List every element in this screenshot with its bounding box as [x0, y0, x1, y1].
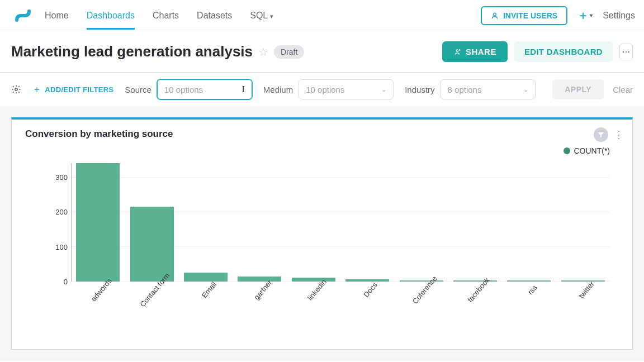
bar-slot: [556, 163, 610, 282]
nav-right: INVITE USERS ＋▾ Settings: [481, 6, 635, 25]
bar[interactable]: [184, 273, 228, 282]
top-nav: Home Dashboards Charts Datasets SQL▾ INV…: [0, 0, 644, 31]
filter-label: Industry: [405, 85, 434, 94]
chevron-down-icon: ⌄: [523, 86, 528, 93]
filter-actions: APPLY Clear: [552, 79, 633, 99]
favorite-star-icon[interactable]: ☆: [258, 45, 268, 59]
nav-datasets[interactable]: Datasets: [197, 2, 232, 30]
nav-charts[interactable]: Charts: [153, 2, 179, 30]
chart-title: Conversion by marketing source: [25, 128, 619, 140]
y-tick-label: 200: [55, 208, 68, 216]
filter-placeholder: 10 options: [164, 85, 203, 94]
bar-slot: [125, 163, 178, 282]
filter-label: Source: [125, 85, 151, 94]
chart-actions: ⋮: [594, 127, 623, 142]
filter-source-select[interactable]: 10 options I: [157, 79, 252, 99]
chart-more-button[interactable]: ⋮: [614, 128, 623, 141]
title-actions: SHARE EDIT DASHBOARD ⋯: [442, 41, 633, 62]
plus-icon: ＋: [577, 8, 589, 23]
svg-point-2: [15, 88, 18, 91]
filter-source: Source 10 options I: [125, 79, 252, 99]
filter-medium: Medium 10 options ⌄: [263, 79, 394, 99]
add-filters-label: ADD/EDIT FILTERS: [45, 85, 113, 94]
status-badge: Draft: [274, 45, 304, 59]
bar[interactable]: [238, 277, 281, 282]
legend-swatch: [564, 147, 570, 154]
x-axis-labels: adwordsContact formEmailgartnerlinkedinD…: [71, 282, 610, 340]
filter-settings-button[interactable]: [11, 84, 21, 94]
nav-dashboards[interactable]: Dashboards: [87, 2, 135, 30]
dashboard-content: Conversion by marketing source ⋮ COUNT(*…: [0, 106, 644, 361]
edit-dashboard-button[interactable]: EDIT DASHBOARD: [514, 41, 613, 62]
page-title: Marketing lead generation analysis: [11, 43, 253, 60]
nav-home[interactable]: Home: [45, 2, 69, 30]
bar-slot: [340, 163, 394, 282]
chart-plot: 0100200300 adwordsContact formEmailgartn…: [45, 163, 610, 340]
brand-logo[interactable]: [11, 4, 34, 27]
bar-slot: [71, 163, 125, 282]
invite-users-button[interactable]: INVITE USERS: [481, 6, 567, 25]
filter-placeholder: 10 options: [306, 85, 344, 94]
title-bar: Marketing lead generation analysis ☆ Dra…: [0, 31, 644, 73]
filter-industry-select[interactable]: 8 options ⌄: [441, 79, 536, 99]
nav-sql[interactable]: SQL▾: [250, 2, 273, 30]
chart-filter-icon[interactable]: [594, 127, 608, 142]
y-tick-label: 100: [55, 242, 68, 251]
bar-slot: [394, 163, 448, 282]
nav-settings[interactable]: Settings: [603, 11, 635, 21]
filter-bar: ＋ ADD/EDIT FILTERS Source 10 options I M…: [0, 73, 644, 106]
chart-card: Conversion by marketing source ⋮ COUNT(*…: [11, 117, 633, 350]
bar-slot: [233, 163, 286, 282]
clear-filters-link[interactable]: Clear: [613, 85, 633, 94]
add-edit-filters-button[interactable]: ＋ ADD/EDIT FILTERS: [32, 84, 113, 96]
svg-point-0: [494, 13, 496, 16]
text-cursor-icon: I: [242, 84, 245, 94]
bar[interactable]: [76, 163, 120, 282]
nav-sql-label: SQL: [250, 11, 268, 20]
more-actions-button[interactable]: ⋯: [619, 44, 633, 60]
share-label: SHARE: [466, 47, 496, 56]
new-menu-button[interactable]: ＋▾: [577, 8, 593, 23]
share-icon: [453, 48, 461, 56]
filter-placeholder: 8 options: [448, 85, 482, 94]
plus-icon: ＋: [32, 84, 41, 96]
bar[interactable]: [292, 278, 335, 282]
legend-label: COUNT(*): [574, 146, 610, 155]
svg-point-1: [456, 49, 458, 51]
bar-slot: [287, 163, 340, 282]
chevron-down-icon: ▾: [590, 12, 593, 18]
chart-bars: [71, 163, 610, 282]
x-tick-label: adwords: [71, 282, 125, 340]
nav-items: Home Dashboards Charts Datasets SQL▾: [45, 2, 481, 30]
y-axis: 0100200300: [45, 163, 71, 282]
y-tick-label: 0: [64, 278, 68, 286]
filter-medium-select[interactable]: 10 options ⌄: [299, 79, 394, 99]
bar-slot: [179, 163, 233, 282]
user-icon: [491, 12, 499, 20]
bar-slot: [448, 163, 502, 282]
apply-filters-button[interactable]: APPLY: [552, 79, 604, 99]
bar[interactable]: [130, 207, 174, 282]
filter-label: Medium: [263, 85, 293, 94]
chevron-down-icon: ⌄: [381, 86, 386, 93]
bar-slot: [502, 163, 556, 282]
y-tick-label: 300: [55, 173, 68, 181]
chart-legend: COUNT(*): [564, 146, 610, 155]
invite-users-label: INVITE USERS: [503, 11, 557, 20]
chevron-down-icon: ▾: [270, 13, 273, 20]
filter-industry: Industry 8 options ⌄: [405, 79, 535, 99]
share-button[interactable]: SHARE: [442, 41, 508, 62]
